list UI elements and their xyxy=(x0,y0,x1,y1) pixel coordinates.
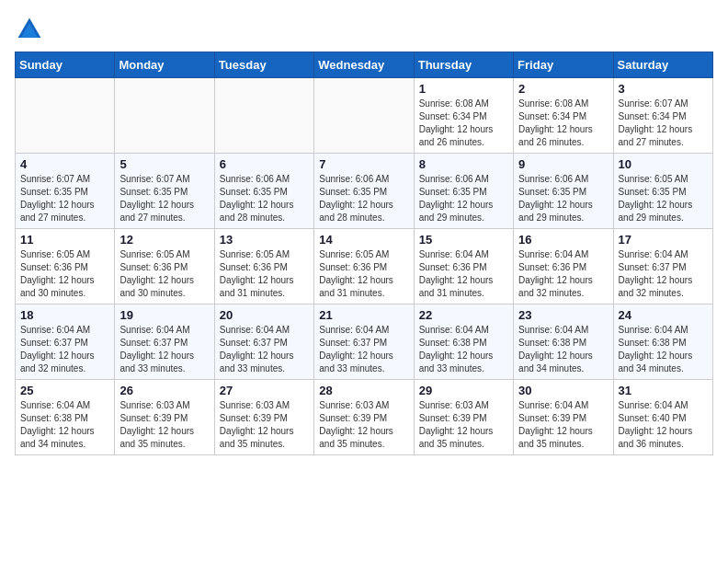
weekday-header-saturday: Saturday xyxy=(613,52,712,78)
day-number: 23 xyxy=(518,308,608,322)
day-info: Sunrise: 6:04 AM Sunset: 6:38 PM Dayligh… xyxy=(619,324,708,375)
day-number: 24 xyxy=(619,308,708,322)
calendar-day-cell: 25Sunrise: 6:04 AM Sunset: 6:38 PM Dayli… xyxy=(16,380,115,455)
calendar-day-cell: 20Sunrise: 6:04 AM Sunset: 6:37 PM Dayli… xyxy=(214,304,313,380)
day-info: Sunrise: 6:03 AM Sunset: 6:39 PM Dayligh… xyxy=(419,399,508,451)
day-number: 21 xyxy=(319,308,408,322)
day-number: 4 xyxy=(20,157,109,171)
calendar-day-cell: 7Sunrise: 6:06 AM Sunset: 6:35 PM Daylig… xyxy=(314,154,414,229)
calendar-day-cell: 11Sunrise: 6:05 AM Sunset: 6:36 PM Dayli… xyxy=(16,229,115,304)
day-info: Sunrise: 6:05 AM Sunset: 6:36 PM Dayligh… xyxy=(220,248,309,300)
day-info: Sunrise: 6:08 AM Sunset: 6:34 PM Dayligh… xyxy=(419,98,508,149)
day-number: 6 xyxy=(220,157,309,171)
day-info: Sunrise: 6:05 AM Sunset: 6:35 PM Dayligh… xyxy=(619,173,708,224)
calendar-week-row: 1Sunrise: 6:08 AM Sunset: 6:34 PM Daylig… xyxy=(16,78,713,154)
day-info: Sunrise: 6:06 AM Sunset: 6:35 PM Dayligh… xyxy=(220,173,309,224)
calendar-week-row: 25Sunrise: 6:04 AM Sunset: 6:38 PM Dayli… xyxy=(16,380,713,455)
day-info: Sunrise: 6:06 AM Sunset: 6:35 PM Dayligh… xyxy=(319,173,408,224)
day-info: Sunrise: 6:04 AM Sunset: 6:36 PM Dayligh… xyxy=(419,248,508,300)
weekday-header-sunday: Sunday xyxy=(16,52,115,78)
day-info: Sunrise: 6:05 AM Sunset: 6:36 PM Dayligh… xyxy=(319,248,408,300)
day-number: 1 xyxy=(419,82,508,96)
calendar-week-row: 4Sunrise: 6:07 AM Sunset: 6:35 PM Daylig… xyxy=(16,154,713,229)
calendar-table: SundayMondayTuesdayWednesdayThursdayFrid… xyxy=(15,52,713,455)
calendar-day-cell: 19Sunrise: 6:04 AM Sunset: 6:37 PM Dayli… xyxy=(115,304,214,380)
day-number: 31 xyxy=(619,384,708,397)
day-number: 26 xyxy=(119,384,209,397)
logo xyxy=(15,15,48,44)
day-number: 28 xyxy=(319,384,408,397)
weekday-header-tuesday: Tuesday xyxy=(214,52,313,78)
calendar-day-cell: 15Sunrise: 6:04 AM Sunset: 6:36 PM Dayli… xyxy=(414,229,513,304)
day-number: 13 xyxy=(220,233,309,247)
weekday-header-wednesday: Wednesday xyxy=(314,52,414,78)
calendar-day-cell: 16Sunrise: 6:04 AM Sunset: 6:36 PM Dayli… xyxy=(514,229,613,304)
day-info: Sunrise: 6:04 AM Sunset: 6:37 PM Dayligh… xyxy=(220,324,309,375)
calendar-day-cell: 5Sunrise: 6:07 AM Sunset: 6:35 PM Daylig… xyxy=(115,154,214,229)
calendar-day-cell: 22Sunrise: 6:04 AM Sunset: 6:38 PM Dayli… xyxy=(414,304,513,380)
day-number: 17 xyxy=(619,233,708,247)
day-number: 20 xyxy=(220,308,309,322)
calendar-day-cell: 23Sunrise: 6:04 AM Sunset: 6:38 PM Dayli… xyxy=(514,304,613,380)
day-number: 18 xyxy=(20,308,109,322)
calendar-day-cell xyxy=(314,78,414,154)
weekday-header-row: SundayMondayTuesdayWednesdayThursdayFrid… xyxy=(16,52,713,78)
day-info: Sunrise: 6:06 AM Sunset: 6:35 PM Dayligh… xyxy=(419,173,508,224)
day-info: Sunrise: 6:08 AM Sunset: 6:34 PM Dayligh… xyxy=(518,98,608,149)
day-info: Sunrise: 6:04 AM Sunset: 6:37 PM Dayligh… xyxy=(619,248,708,300)
day-number: 11 xyxy=(20,233,109,247)
calendar-day-cell: 9Sunrise: 6:06 AM Sunset: 6:35 PM Daylig… xyxy=(514,154,613,229)
weekday-header-friday: Friday xyxy=(514,52,613,78)
day-info: Sunrise: 6:05 AM Sunset: 6:36 PM Dayligh… xyxy=(119,248,209,300)
day-number: 14 xyxy=(319,233,408,247)
day-info: Sunrise: 6:07 AM Sunset: 6:35 PM Dayligh… xyxy=(119,173,209,224)
calendar-day-cell: 4Sunrise: 6:07 AM Sunset: 6:35 PM Daylig… xyxy=(16,154,115,229)
calendar-day-cell: 17Sunrise: 6:04 AM Sunset: 6:37 PM Dayli… xyxy=(613,229,712,304)
day-number: 5 xyxy=(119,157,209,171)
day-number: 12 xyxy=(119,233,209,247)
day-info: Sunrise: 6:04 AM Sunset: 6:37 PM Dayligh… xyxy=(20,324,109,375)
day-number: 3 xyxy=(619,82,708,96)
weekday-header-thursday: Thursday xyxy=(414,52,513,78)
calendar-day-cell: 2Sunrise: 6:08 AM Sunset: 6:34 PM Daylig… xyxy=(514,78,613,154)
day-info: Sunrise: 6:04 AM Sunset: 6:37 PM Dayligh… xyxy=(319,324,408,375)
calendar-day-cell: 13Sunrise: 6:05 AM Sunset: 6:36 PM Dayli… xyxy=(214,229,313,304)
calendar-day-cell: 18Sunrise: 6:04 AM Sunset: 6:37 PM Dayli… xyxy=(16,304,115,380)
calendar-day-cell: 24Sunrise: 6:04 AM Sunset: 6:38 PM Dayli… xyxy=(613,304,712,380)
day-info: Sunrise: 6:04 AM Sunset: 6:36 PM Dayligh… xyxy=(518,248,608,300)
calendar-day-cell: 27Sunrise: 6:03 AM Sunset: 6:39 PM Dayli… xyxy=(214,380,313,455)
weekday-header-monday: Monday xyxy=(115,52,214,78)
day-info: Sunrise: 6:04 AM Sunset: 6:38 PM Dayligh… xyxy=(20,399,109,451)
day-info: Sunrise: 6:04 AM Sunset: 6:38 PM Dayligh… xyxy=(518,324,608,375)
calendar-day-cell: 29Sunrise: 6:03 AM Sunset: 6:39 PM Dayli… xyxy=(414,380,513,455)
day-info: Sunrise: 6:04 AM Sunset: 6:40 PM Dayligh… xyxy=(619,399,708,451)
calendar-day-cell xyxy=(16,78,115,154)
day-number: 22 xyxy=(419,308,508,322)
day-number: 16 xyxy=(518,233,608,247)
calendar-day-cell xyxy=(214,78,313,154)
day-number: 7 xyxy=(319,157,408,171)
day-info: Sunrise: 6:07 AM Sunset: 6:35 PM Dayligh… xyxy=(20,173,109,224)
calendar-day-cell: 28Sunrise: 6:03 AM Sunset: 6:39 PM Dayli… xyxy=(314,380,414,455)
page-header xyxy=(15,15,713,44)
calendar-day-cell: 21Sunrise: 6:04 AM Sunset: 6:37 PM Dayli… xyxy=(314,304,414,380)
calendar-week-row: 18Sunrise: 6:04 AM Sunset: 6:37 PM Dayli… xyxy=(16,304,713,380)
calendar-week-row: 11Sunrise: 6:05 AM Sunset: 6:36 PM Dayli… xyxy=(16,229,713,304)
day-info: Sunrise: 6:07 AM Sunset: 6:34 PM Dayligh… xyxy=(619,98,708,149)
calendar-day-cell: 14Sunrise: 6:05 AM Sunset: 6:36 PM Dayli… xyxy=(314,229,414,304)
calendar-day-cell: 26Sunrise: 6:03 AM Sunset: 6:39 PM Dayli… xyxy=(115,380,214,455)
day-number: 10 xyxy=(619,157,708,171)
calendar-day-cell xyxy=(115,78,214,154)
day-number: 19 xyxy=(119,308,209,322)
logo-icon xyxy=(15,15,44,44)
day-info: Sunrise: 6:03 AM Sunset: 6:39 PM Dayligh… xyxy=(220,399,309,451)
calendar-day-cell: 3Sunrise: 6:07 AM Sunset: 6:34 PM Daylig… xyxy=(613,78,712,154)
calendar-day-cell: 12Sunrise: 6:05 AM Sunset: 6:36 PM Dayli… xyxy=(115,229,214,304)
day-number: 15 xyxy=(419,233,508,247)
day-info: Sunrise: 6:03 AM Sunset: 6:39 PM Dayligh… xyxy=(319,399,408,451)
day-number: 2 xyxy=(518,82,608,96)
day-info: Sunrise: 6:06 AM Sunset: 6:35 PM Dayligh… xyxy=(518,173,608,224)
calendar-day-cell: 10Sunrise: 6:05 AM Sunset: 6:35 PM Dayli… xyxy=(613,154,712,229)
calendar-day-cell: 1Sunrise: 6:08 AM Sunset: 6:34 PM Daylig… xyxy=(414,78,513,154)
calendar-day-cell: 8Sunrise: 6:06 AM Sunset: 6:35 PM Daylig… xyxy=(414,154,513,229)
